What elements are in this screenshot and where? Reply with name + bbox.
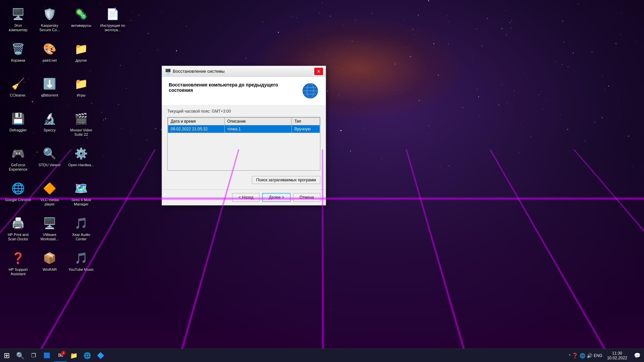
desktop-icon-winrar[interactable]: 📦WinRAR bbox=[35, 247, 64, 281]
taskbar-right: ^ ❓ 🌐 🔊 ENG 11:30 10.02.2022 💬 bbox=[569, 349, 644, 362]
other-icon: 📁 bbox=[73, 41, 89, 57]
dialog-body: Текущий часовой пояс: GMT+3:00 Дата и вр… bbox=[162, 105, 326, 189]
dialog-title-icon: 🖥️ bbox=[165, 68, 171, 74]
defraggler-label: Defraggler bbox=[9, 128, 26, 132]
qbittorrent-label: qBittorrent bbox=[41, 93, 58, 98]
recycle-icon: 🗑️ bbox=[10, 41, 26, 57]
col-description[interactable]: Описание bbox=[224, 118, 291, 125]
vlc-label: VLC media player bbox=[36, 198, 63, 206]
affected-programs-button[interactable]: Поиск затрагиваемых программ bbox=[252, 176, 320, 184]
ccleaner-icon: 🧹 bbox=[10, 76, 26, 92]
antivirus-icon: 🦠 bbox=[73, 6, 89, 22]
taskbar-app-chrome[interactable]: 🌐 bbox=[80, 349, 94, 362]
desktop-icon-hp-support[interactable]: ❓HP Support Assistant bbox=[3, 247, 33, 281]
desktop-icon-games[interactable]: 📁Игры bbox=[66, 73, 96, 107]
desktop-icon-qbittorrent[interactable]: ⬇️qBittorrent bbox=[35, 73, 64, 107]
desktop-icon-vlc[interactable]: 🔶VLC media player bbox=[35, 178, 64, 211]
desktop-icon-recycle[interactable]: 🗑️Корзина bbox=[3, 38, 33, 72]
games-icon: 📁 bbox=[73, 76, 89, 92]
timezone-label: Текущий часовой пояс: GMT+3:00 bbox=[167, 109, 320, 114]
this-pc-label: Этот компьютер bbox=[5, 23, 32, 32]
desktop-icon-antivirus[interactable]: 🦠антивирусы bbox=[66, 3, 96, 37]
back-button[interactable]: < Назад bbox=[232, 193, 260, 202]
ytmusic-label: YouTube Music bbox=[68, 267, 94, 272]
desktop-icon-openhw[interactable]: ⚙️Open Hardwa... bbox=[66, 143, 96, 176]
desktop-icon-stdu[interactable]: 🔍STDU Viewer bbox=[35, 143, 64, 176]
restore-icon bbox=[302, 82, 319, 100]
cancel-button[interactable]: Отмена bbox=[293, 193, 320, 202]
taskbar-app-mail[interactable]: ✉ 2 bbox=[54, 349, 67, 362]
taskbar-app-edge[interactable]: 🔷 bbox=[94, 349, 107, 362]
systray-network-icon[interactable]: 🌐 bbox=[580, 353, 585, 358]
taskbar-task-view[interactable]: ❐ bbox=[27, 349, 40, 362]
desktop-icon-ccleaner[interactable]: 🧹CCleaner. bbox=[3, 73, 33, 107]
systray-chevron[interactable]: ^ bbox=[569, 354, 571, 358]
antivirus-label: антивирусы bbox=[71, 23, 91, 28]
next-button[interactable]: Далее > bbox=[262, 193, 290, 202]
systray: ^ ❓ 🌐 🔊 ENG bbox=[569, 353, 602, 359]
ytmusic-icon: 🎵 bbox=[73, 250, 89, 266]
desktop-icon-xear[interactable]: 🎵Xear Audio Center bbox=[66, 213, 96, 246]
hp-print-icon: 🖨️ bbox=[10, 215, 26, 231]
desktop-icon-defraggler[interactable]: 💾Defraggler bbox=[3, 108, 33, 141]
desktop-icon-ytmusic[interactable]: 🎵YouTube Music bbox=[66, 247, 96, 281]
xear-icon: 🎵 bbox=[73, 215, 89, 231]
col-type[interactable]: Тип bbox=[291, 118, 320, 125]
chrome-label: Google Chrome bbox=[5, 198, 31, 202]
hp-support-label: HP Support Assistant bbox=[5, 267, 32, 276]
clock-date: 10.02.2022 bbox=[607, 356, 627, 360]
clock-time: 11:30 bbox=[612, 351, 622, 356]
kaspersky-icon: 🛡️ bbox=[42, 6, 58, 22]
notification-button[interactable]: 💬 bbox=[632, 349, 643, 362]
paintnet-label: paint.net bbox=[43, 58, 57, 63]
dialog-heading: Восстановление компьютера до предыдущего… bbox=[169, 82, 302, 93]
vmware-label: VMware Workstati... bbox=[36, 233, 63, 241]
desktop: 🖥️Этот компьютер🛡️Kaspersky Secure Co...… bbox=[0, 0, 644, 362]
xear-label: Xear Audio Center bbox=[68, 233, 95, 241]
desktop-icon-kaspersky[interactable]: 🛡️Kaspersky Secure Co... bbox=[35, 3, 64, 37]
ccleaner-label: CCleaner. bbox=[10, 93, 26, 98]
desktop-icon-instructions[interactable]: 📄Инструкция по эксплуа... bbox=[98, 3, 127, 37]
desktop-icon-paintnet[interactable]: 🎨paint.net bbox=[35, 38, 64, 72]
this-pc-icon: 🖥️ bbox=[10, 6, 26, 22]
desktop-icon-chrome[interactable]: 🌐Google Chrome bbox=[3, 178, 33, 211]
systray-language[interactable]: ENG bbox=[594, 353, 602, 358]
openhw-label: Open Hardwa... bbox=[68, 163, 94, 167]
dialog-titlebar: 🖥️ Восстановление системы ✕ bbox=[162, 66, 326, 77]
restore-point-date: 09.02.2022 21:05:32 bbox=[168, 125, 225, 133]
start-button[interactable]: ⊞ bbox=[0, 349, 13, 362]
taskbar-clock[interactable]: 11:30 10.02.2022 bbox=[604, 351, 630, 360]
col-datetime[interactable]: Дата и время bbox=[168, 118, 225, 125]
dialog-close-button[interactable]: ✕ bbox=[314, 68, 323, 75]
desktop-icons-area: 🖥️Этот компьютер🛡️Kaspersky Secure Co...… bbox=[3, 3, 128, 281]
hp-support-icon: ❓ bbox=[10, 250, 26, 266]
dialog-title-text: Восстановление системы bbox=[173, 69, 314, 74]
restore-point-description: точка 1 bbox=[224, 125, 291, 133]
taskbar-search-button[interactable]: 🔍 bbox=[13, 349, 27, 362]
desktop-icon-geforce[interactable]: 🎮GeForce Experience bbox=[3, 143, 33, 176]
instructions-label: Инструкция по эксплуа... bbox=[99, 23, 126, 32]
desktop-icon-this-pc[interactable]: 🖥️Этот компьютер bbox=[3, 3, 33, 37]
desktop-icon-sims[interactable]: 🗺️Sims 4 Mod Manager bbox=[66, 178, 96, 211]
other-label: другое bbox=[75, 58, 87, 63]
hp-print-label: HP Print and Scan Doctor bbox=[5, 233, 32, 241]
desktop-icon-other[interactable]: 📁другое bbox=[66, 38, 96, 72]
winrar-icon: 📦 bbox=[42, 250, 58, 266]
desktop-icon-speccy[interactable]: 🔬Speccy bbox=[35, 108, 64, 141]
defraggler-icon: 💾 bbox=[10, 111, 26, 127]
dialog-content-area: Восстановление компьютера до предыдущего… bbox=[162, 77, 326, 105]
desktop-icon-vmware[interactable]: 🖥️VMware Workstati... bbox=[35, 213, 64, 246]
taskbar-app-task[interactable]: 🟦 bbox=[40, 349, 54, 362]
systray-volume-icon[interactable]: 🔊 bbox=[587, 353, 592, 358]
recycle-label: Корзина bbox=[11, 58, 25, 63]
sims-label: Sims 4 Mod Manager bbox=[68, 198, 95, 206]
openhw-icon: ⚙️ bbox=[73, 145, 89, 162]
desktop-icon-hp-print[interactable]: 🖨️HP Print and Scan Doctor bbox=[3, 213, 33, 246]
restore-point-row[interactable]: 09.02.2022 21:05:32точка 1Вручную bbox=[168, 125, 320, 133]
qbittorrent-icon: ⬇️ bbox=[42, 76, 58, 92]
kaspersky-label: Kaspersky Secure Co... bbox=[36, 23, 63, 32]
vmware-icon: 🖥️ bbox=[42, 215, 58, 231]
restore-table-area[interactable]: Дата и время Описание Тип 09.02.2022 21:… bbox=[167, 117, 320, 171]
desktop-icon-movavi[interactable]: 🎬Movavi Video Suite 22 bbox=[66, 108, 96, 141]
taskbar-app-explorer[interactable]: 📁 bbox=[67, 349, 80, 362]
